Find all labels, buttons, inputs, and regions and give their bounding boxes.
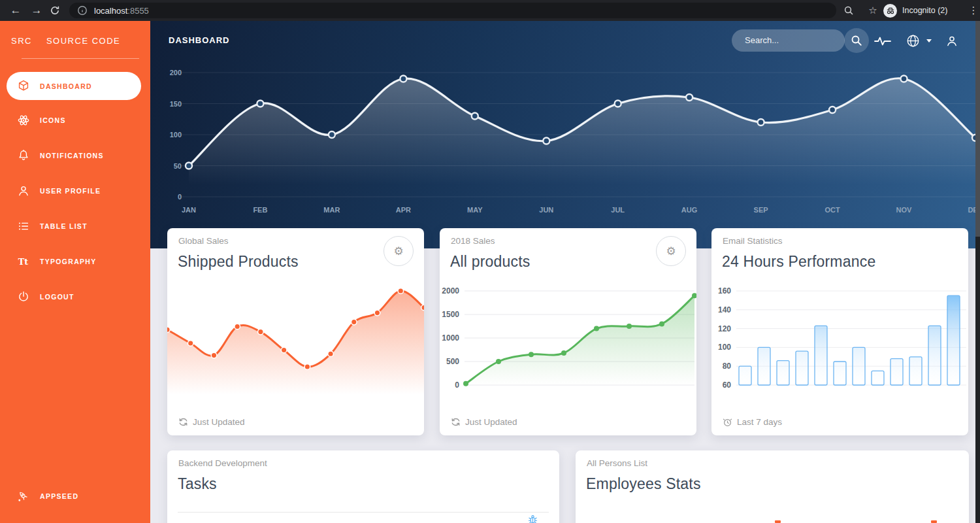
panel-header: DASHBOARD 050100150200JANFEBMARAPRM [150, 21, 980, 248]
bookmark-star-icon[interactable]: ☆ [864, 0, 882, 21]
activity-pulse-icon[interactable] [874, 35, 891, 47]
url-host: localhost [94, 6, 127, 16]
card-category: All Persons List [587, 458, 647, 468]
svg-text:150: 150 [170, 100, 182, 108]
card-tasks: Backend Development Tasks [167, 450, 559, 523]
svg-text:1500: 1500 [442, 310, 459, 319]
card-title: 24 Hours Performance [722, 253, 875, 271]
cube-icon [16, 79, 31, 93]
card-category: Backend Development [178, 458, 267, 468]
sidebar-item-label: TABLE LIST [40, 222, 88, 230]
page-scrollbar[interactable] [975, 21, 980, 523]
card-all-products: 2018 Sales All products ⚙ 05001000150020… [440, 228, 696, 435]
bell-icon [16, 148, 31, 163]
sidebar-item-label: NOTIFICATIONS [40, 152, 104, 160]
svg-text:FEB: FEB [253, 206, 267, 214]
gear-icon: ⚙ [393, 245, 403, 258]
alarm-clock-icon [723, 417, 732, 427]
svg-text:120: 120 [718, 324, 731, 333]
refresh-icon [451, 417, 461, 427]
svg-text:2000: 2000 [442, 286, 459, 295]
incognito-icon [883, 4, 897, 18]
all-products-chart: 0500100015002000 [440, 279, 696, 403]
scrollbar-thumb[interactable] [975, 21, 980, 237]
card-settings-button[interactable]: ⚙ [656, 236, 686, 266]
svg-text:JAN: JAN [182, 206, 196, 214]
typography-icon: Tt [16, 254, 31, 269]
sidebar-item-appseed[interactable]: APPSEED [7, 482, 141, 510]
menu-icon[interactable]: ⋮ [967, 0, 980, 21]
svg-text:100: 100 [170, 131, 182, 139]
email-statistics-chart: 6080100120140160 [711, 279, 968, 403]
sidebar-item-dashboard[interactable]: DASHBOARD [7, 72, 141, 100]
clipped-table-header-fragment [931, 520, 937, 523]
sidebar-item-label: LOGOUT [40, 293, 74, 301]
card-email-statistics: Email Statistics 24 Hours Performance 60… [711, 228, 968, 435]
divider [178, 512, 549, 513]
chevron-down-icon[interactable] [926, 39, 932, 42]
search-icon [850, 34, 863, 47]
user-icon[interactable] [945, 34, 959, 48]
svg-text:80: 80 [723, 362, 732, 371]
incognito-label: Incognito (2) [902, 6, 947, 15]
atom-icon [16, 113, 31, 127]
power-icon [16, 290, 31, 304]
sidebar-item-notifications[interactable]: NOTIFICATIONS [7, 141, 141, 169]
card-title: Shipped Products [178, 253, 299, 271]
address-bar[interactable]: localhost:8555 [69, 3, 836, 18]
url-port: :8555 [127, 6, 149, 16]
svg-text:AUG: AUG [681, 206, 697, 214]
monthly-performance-chart: 050100150200JANFEBMARAPRMAYJUNJULAUGSEPO… [150, 59, 980, 229]
svg-text:MAY: MAY [467, 206, 483, 214]
clipped-table-header-fragment [775, 520, 781, 523]
incognito-badge[interactable]: Incognito (2) [883, 3, 947, 18]
svg-text:MAR: MAR [323, 206, 340, 214]
sidebar-item-typography[interactable]: Tt TYPOGRAPHY [7, 247, 141, 275]
sidebar-item-logout[interactable]: LOGOUT [7, 282, 141, 311]
toolbar-search-icon[interactable] [843, 5, 854, 16]
sidebar-item-user-profile[interactable]: USER PROFILE [7, 177, 141, 205]
globe-icon[interactable] [906, 33, 921, 48]
card-title: Tasks [178, 475, 217, 493]
sidebar-item-icons[interactable]: ICONS [7, 106, 141, 134]
reload-icon[interactable] [50, 5, 68, 26]
site-info-icon[interactable] [77, 5, 88, 16]
svg-text:1000: 1000 [442, 333, 459, 343]
svg-text:OCT: OCT [825, 206, 840, 214]
svg-text:Tt: Tt [18, 257, 29, 267]
person-icon [16, 184, 31, 198]
main-content: DASHBOARD 050100150200JANFEBMARAPRM [150, 21, 980, 523]
back-icon[interactable]: ← [7, 0, 25, 21]
card-settings-button[interactable]: ⚙ [384, 236, 414, 266]
svg-text:SEP: SEP [754, 206, 768, 214]
card-shipped-products: Global Sales Shipped Products ⚙ Just Upd… [167, 228, 424, 435]
search-box[interactable] [732, 29, 845, 52]
brand-full[interactable]: SOURCE CODE [46, 36, 120, 46]
page-title: DASHBOARD [169, 35, 230, 45]
svg-text:60: 60 [723, 380, 732, 390]
sidebar-item-table-list[interactable]: TABLE LIST [7, 212, 141, 240]
forward-icon[interactable]: → [27, 0, 46, 21]
bullet-list-icon [16, 219, 31, 233]
card-employees-stats: All Persons List Employees Stats [576, 450, 969, 523]
gear-icon: ⚙ [666, 245, 676, 258]
card-footer-text: Just Updated [193, 417, 245, 427]
sidebar-divider [22, 58, 139, 59]
search-button[interactable] [844, 28, 869, 53]
svg-text:0: 0 [178, 193, 182, 201]
bug-icon[interactable] [528, 514, 538, 523]
svg-text:50: 50 [174, 162, 182, 170]
brand-mini[interactable]: SRC [11, 36, 32, 46]
shipped-products-chart [167, 279, 424, 420]
search-input[interactable] [743, 35, 838, 46]
svg-text:NOV: NOV [896, 206, 913, 214]
svg-text:200: 200 [170, 69, 182, 76]
sidebar: SRC SOURCE CODE DASHBOARD ICONS NOTIFICA [0, 21, 150, 523]
sidebar-item-label: USER PROFILE [40, 187, 101, 195]
svg-text:APR: APR [396, 206, 411, 214]
card-footer: Just Updated [451, 417, 517, 427]
brand[interactable]: SRC SOURCE CODE [0, 32, 120, 49]
card-title: All products [450, 253, 531, 271]
card-footer-text: Last 7 days [737, 417, 782, 427]
card-footer-text: Just Updated [465, 417, 517, 427]
